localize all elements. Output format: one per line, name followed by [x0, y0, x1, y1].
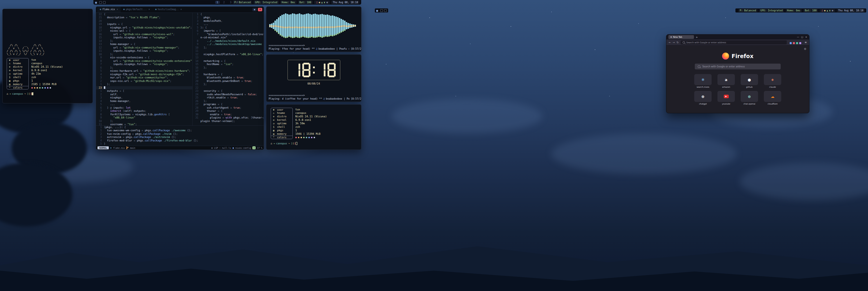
forward-button[interactable]: → — [673, 41, 675, 44]
line-number: 22 — [193, 86, 198, 90]
viz-tip — [306, 37, 307, 38]
newtab-search-input[interactable]: Search with Google or enter address — [695, 64, 781, 69]
personalize-gear-icon[interactable]: ⚙ — [804, 47, 806, 51]
workspace-2[interactable]: 2 — [222, 1, 226, 4]
editor-tabbar-buttons: ◉ × — [252, 8, 264, 11]
url-bar[interactable]: Search with Google or enter address — [681, 40, 787, 45]
editor-tab-flake.nix[interactable]: ❄flake.nix× — [97, 7, 121, 12]
extension-icon[interactable] — [793, 42, 795, 44]
tasklist-indicator-icon[interactable] — [103, 1, 105, 4]
launcher-grid-icon[interactable]: ▦ — [95, 1, 97, 4]
battery-icon[interactable]: ▮ — [829, 9, 831, 12]
palette-dot — [306, 137, 307, 138]
segment — [302, 64, 304, 70]
code-text: }; — [104, 83, 110, 86]
code-pane-pkgs-default[interactable]: 1{pkgs, ...}: {1 tux-awesome-wm-config =… — [96, 126, 264, 146]
tab-close-icon[interactable]: × — [181, 8, 182, 11]
fetch-key: ⌂hname — [271, 111, 293, 115]
code-line: 19 bluetooth.enable = true; — [193, 76, 264, 80]
code-line: n-cd-minimal.nix" — [193, 36, 264, 39]
viz-top — [346, 22, 347, 26]
viz-bottom — [297, 28, 299, 37]
workspace-1[interactable]: 1 — [215, 1, 220, 4]
code-line: 18 nixpkgs.url = "github:nixos/nixpkgs/n… — [96, 26, 192, 30]
code-line: 7 inherit (self) outputs; — [96, 110, 192, 113]
back-button[interactable]: ← — [669, 41, 671, 44]
terminal-window-fetch[interactable]: /\ /\ __ /\ /\ / v \ / \ / v \ / /\ /\ \… — [2, 9, 93, 104]
code-line: 13 home-manager = { — [96, 43, 192, 46]
neovim-editor-window[interactable]: ❄flake.nix×❄pkgs/default...×❄hosts/isoIm… — [96, 6, 264, 150]
cloudflare-icon: ☁ — [771, 94, 775, 99]
notification-icon[interactable]: ● — [319, 1, 320, 4]
workspace-4[interactable]: 4 — [235, 1, 240, 4]
shortcut-chat.openai[interactable]: ⊛chat.openai — [740, 91, 759, 105]
line-number — [193, 36, 198, 39]
tasklist-indicator-icon[interactable] — [384, 9, 387, 12]
shortcut-chatgpt[interactable]: ⊛chatgpt — [693, 91, 713, 105]
viz-top — [341, 19, 342, 26]
music-icon[interactable]: ♫ — [316, 1, 318, 4]
layout-indicator-icon[interactable] — [99, 1, 102, 4]
editor-tab-hosts/isoImag..[interactable]: ❄hosts/isoImag..× — [153, 7, 185, 12]
fetch-label: colors — [13, 86, 23, 89]
shell-prompt[interactable]: ⌂→canopus~))) — [7, 92, 89, 95]
new-tab-button[interactable]: + — [696, 36, 698, 39]
viz-top — [302, 14, 304, 26]
network-icon[interactable]: ▲ — [827, 9, 828, 12]
close-button[interactable]: × — [805, 36, 807, 38]
url-placeholder: Search with Google or enter address — [686, 41, 726, 44]
network-icon[interactable]: ▲ — [321, 1, 323, 4]
settings-icon[interactable]: ⚙ — [832, 9, 833, 12]
browser-tab-new-tab[interactable]: New Tab — [669, 35, 694, 39]
clock-window[interactable]: 08/08/24 ======================> Playing… — [266, 54, 362, 102]
code-line: 14 networking = { — [193, 60, 264, 63]
viz-tip — [297, 37, 299, 38]
fetch-key: ⚙kernel — [7, 68, 29, 72]
battery-icon[interactable]: ▮ — [324, 1, 325, 4]
viz-tip — [321, 37, 323, 38]
buffer-preview-button[interactable]: ◉ — [252, 8, 257, 11]
shortcut-search.nixos[interactable]: ❄search.nixos — [693, 74, 713, 88]
hname-icon: ⌂ — [273, 112, 276, 114]
code-pane-iso-image[interactable]: 1{2 pkgs,3 modulesPath,4 ...5}: {6 impor… — [193, 13, 264, 125]
settings-icon[interactable]: ⚙ — [327, 1, 328, 4]
launcher-grid-icon[interactable]: ▦ — [376, 9, 378, 12]
segment — [328, 70, 329, 77]
code-pane-flake-nix[interactable]: 22{21 description = "tux's NixOS Flake";… — [96, 13, 193, 125]
code-line: 7 inputs.nixpkgs.follows = "nixpkgs"; — [96, 63, 192, 66]
shortcut-claude[interactable]: ∗claude — [763, 74, 782, 88]
clock-module: Thu Aug 08, 18:18 — [331, 1, 360, 4]
viz-bar — [276, 8, 278, 43]
viz-top — [320, 14, 321, 26]
visualizer-window[interactable]: ======================> Playing: ffee fo… — [266, 6, 362, 52]
extension-icon[interactable] — [790, 42, 792, 44]
maximize-button[interactable]: □ — [801, 36, 803, 38]
workspace-3[interactable]: 3 — [228, 1, 233, 4]
shortcut-youtube[interactable]: ▶youtube — [717, 91, 736, 105]
notification-icon[interactable]: ● — [824, 9, 826, 12]
terminal-window-fetch-right[interactable]: ◉usertux⌂hnamecanopus❄distroNixOS 24.11 … — [266, 104, 362, 150]
code-text: thunar = { — [200, 110, 222, 113]
music-icon[interactable]: ♫ — [822, 9, 823, 12]
extension-icon[interactable] — [799, 42, 801, 44]
palette-dot — [34, 87, 35, 89]
nix-file-icon: ❄ — [155, 8, 157, 11]
extension-icon[interactable] — [796, 42, 798, 44]
shortcut-amazon[interactable]: aamazon — [717, 74, 736, 88]
tab-close-icon[interactable]: × — [117, 8, 118, 11]
shortcut-cloudflare[interactable]: ☁cloudflare — [763, 91, 782, 105]
shell-prompt[interactable]: ⌂→canopus~))) — [271, 142, 358, 145]
code-text — [104, 86, 105, 90]
shortcut-github[interactable]: ●github — [740, 74, 759, 88]
fetch-row-colors: *colors — [7, 86, 89, 89]
menu-button[interactable]: ≡ — [804, 41, 807, 44]
layout-indicator-icon[interactable] — [380, 9, 383, 12]
firefox-window[interactable]: New Tab + — □ × ← → ↻ Search with Google… — [666, 34, 809, 113]
shell-icon: $ — [273, 126, 276, 128]
buffer-close-button[interactable]: × — [258, 8, 262, 11]
reload-button[interactable]: ↻ — [677, 41, 679, 44]
tab-close-icon[interactable]: × — [149, 8, 150, 11]
viz-top — [283, 14, 285, 27]
minimize-button[interactable]: — — [797, 36, 799, 38]
editor-tab-pkgs/default...[interactable]: ❄pkgs/default...× — [121, 7, 153, 12]
